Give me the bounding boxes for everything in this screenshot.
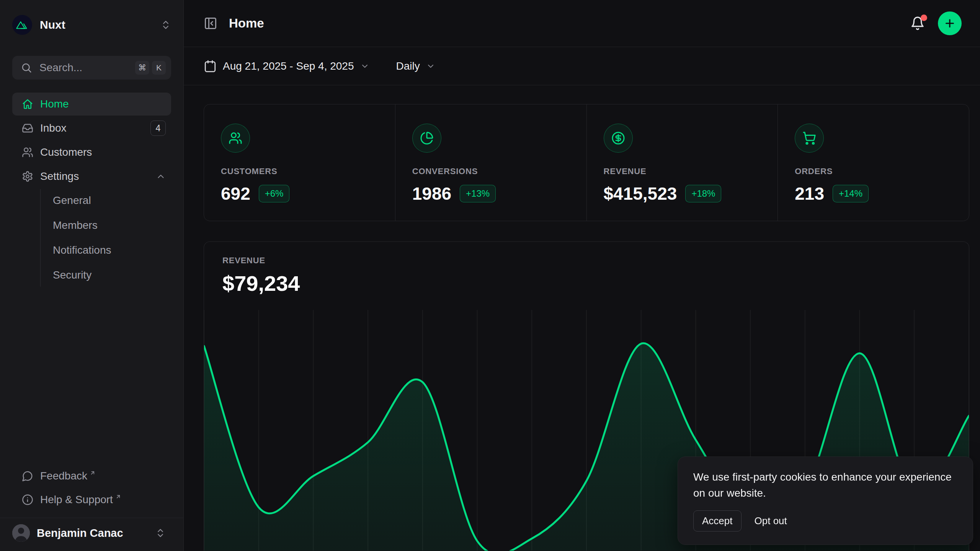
stat-card-customers[interactable]: CUSTOMERS 692 +6% — [204, 104, 395, 221]
revenue-panel-value: $79,234 — [222, 271, 951, 296]
calendar-icon — [204, 60, 217, 73]
search-input[interactable]: Search... ⌘ K — [12, 56, 171, 80]
granularity-select[interactable]: Daily — [396, 60, 435, 72]
stat-value: $415,523 — [604, 183, 677, 204]
sidebar-item-general[interactable]: General — [53, 189, 171, 212]
users-icon — [22, 147, 33, 158]
chevron-down-icon — [360, 62, 369, 71]
stat-card-revenue[interactable]: REVENUE $415,523 +18% — [586, 104, 778, 221]
cookie-consent-banner: We use first-party cookies to enhance yo… — [678, 456, 973, 545]
stat-value: 1986 — [412, 183, 451, 204]
search-icon — [21, 62, 32, 73]
sidebar-item-label: Settings — [40, 170, 156, 183]
users-icon — [221, 124, 250, 153]
stat-delta-badge: +18% — [685, 185, 721, 202]
user-avatar — [12, 524, 30, 542]
notifications-button[interactable] — [908, 14, 927, 33]
sidebar-item-notifications[interactable]: Notifications — [53, 239, 171, 262]
stat-label: CUSTOMERS — [221, 166, 378, 176]
optout-cookies-button[interactable]: Opt out — [755, 515, 787, 527]
inbox-icon — [22, 122, 33, 134]
sidebar-item-members[interactable]: Members — [53, 214, 171, 237]
search-placeholder: Search... — [39, 62, 132, 74]
sidebar-item-customers[interactable]: Customers — [12, 141, 171, 164]
sidebar-item-home[interactable]: Home — [12, 93, 171, 116]
chart-pie-icon — [412, 124, 441, 153]
settings-children: General Members Notifications Security — [40, 189, 171, 287]
sidebar-item-inbox[interactable]: Inbox 4 — [12, 117, 171, 140]
feedback-link[interactable]: Feedback — [12, 464, 171, 488]
notification-dot — [921, 15, 927, 21]
help-support-label: Help & Support — [40, 494, 113, 506]
add-button[interactable] — [938, 11, 962, 35]
feedback-label: Feedback — [40, 470, 87, 482]
stat-label: ORDERS — [795, 166, 952, 176]
team-name: Nuxt — [40, 18, 153, 31]
page-header: Home — [184, 0, 980, 47]
stat-card-orders[interactable]: ORDERS 213 +14% — [777, 104, 969, 221]
filter-toolbar: Aug 21, 2025 - Sep 4, 2025 Daily — [184, 47, 980, 85]
sidebar-item-label: Customers — [40, 146, 166, 158]
stat-label: CONVERSIONS — [412, 166, 570, 176]
sidebar: Nuxt Search... ⌘ K Home Inbox 4 — [0, 0, 184, 551]
revenue-panel-label: REVENUE — [222, 256, 951, 266]
date-range-value: Aug 21, 2025 - Sep 4, 2025 — [223, 60, 354, 72]
stat-delta-badge: +14% — [833, 185, 869, 202]
external-link-icon — [90, 470, 96, 476]
home-icon — [22, 98, 33, 110]
granularity-value: Daily — [396, 60, 420, 72]
stat-label: REVENUE — [604, 166, 761, 176]
stat-card-conversions[interactable]: CONVERSIONS 1986 +13% — [395, 104, 586, 221]
stat-value: 692 — [221, 183, 250, 204]
info-circle-icon — [22, 494, 33, 505]
chevrons-up-down-icon — [155, 528, 166, 538]
sidebar-footer: Feedback Help & Support Benjamin Canac — [0, 464, 183, 551]
stat-delta-badge: +6% — [259, 185, 290, 202]
sidebar-item-settings[interactable]: Settings — [12, 165, 171, 188]
shopping-cart-icon — [795, 124, 824, 153]
nuxt-logo-icon — [12, 15, 32, 35]
external-link-icon — [115, 494, 121, 500]
date-range-picker[interactable]: Aug 21, 2025 - Sep 4, 2025 — [204, 60, 369, 73]
team-switcher[interactable]: Nuxt — [12, 15, 171, 35]
circle-dollar-icon — [604, 124, 633, 153]
kbd-meta: ⌘ — [135, 61, 149, 75]
sidebar-nav: Home Inbox 4 Customers Settings Ge — [12, 93, 171, 287]
chevrons-up-down-icon — [160, 20, 171, 30]
chevron-up-icon — [156, 171, 166, 181]
cookie-message: We use first-party cookies to enhance yo… — [693, 469, 957, 501]
gear-icon — [22, 171, 33, 182]
kbd-k: K — [152, 61, 166, 75]
user-menu[interactable]: Benjamin Canac — [0, 518, 183, 551]
help-support-link[interactable]: Help & Support — [12, 488, 171, 512]
sidebar-item-security[interactable]: Security — [53, 264, 171, 287]
inbox-count-badge: 4 — [150, 121, 166, 136]
user-name: Benjamin Canac — [37, 527, 148, 540]
stat-value: 213 — [795, 183, 824, 204]
page-title: Home — [229, 16, 908, 31]
sidebar-item-label: Inbox — [40, 122, 150, 134]
accept-cookies-button[interactable]: Accept — [693, 510, 742, 531]
sidebar-item-label: Home — [40, 98, 166, 110]
collapse-sidebar-button[interactable] — [204, 16, 217, 30]
message-bubble-icon — [22, 470, 33, 482]
chevron-down-icon — [426, 62, 435, 71]
stats-row: CUSTOMERS 692 +6% CONVERSIONS 1986 +13% — [204, 104, 969, 221]
stat-delta-badge: +13% — [460, 185, 496, 202]
